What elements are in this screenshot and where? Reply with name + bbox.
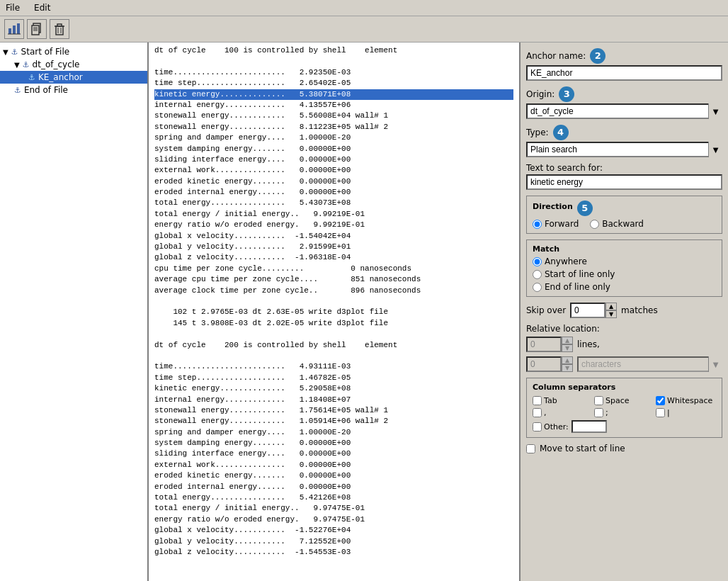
comma-checkbox[interactable] [533,408,542,417]
move-row: Move to start of line [526,444,722,453]
menu-edit[interactable]: Edit [31,1,53,14]
type-select-wrapper: Plain search Regular expression Perl reg… [526,142,722,157]
relative-location-chars-row: ▲ ▼ characters ▼ [526,356,722,372]
other-row: Other: [533,420,716,433]
type-label: Type: [526,128,549,137]
whitespace-checkbox-item[interactable]: Whitespace [656,396,716,405]
other-input[interactable] [571,420,607,433]
direction-group: Direction 5 Forward Backward [526,196,722,234]
tree-item-start-of-file[interactable]: ▼ ⚓ Start of File [0,45,147,58]
toolbar-copy-btn[interactable] [27,19,47,39]
tree-item-dt-of-cycle[interactable]: ▼ ⚓ dt_of_cycle [0,58,147,71]
other-label: Other: [544,422,569,431]
direction-label: Direction [533,202,573,211]
space-checkbox[interactable] [594,396,603,405]
anchor-name-label: Anchor name: [526,51,586,61]
skip-suffix: matches [621,305,658,315]
menubar: File Edit [0,0,728,16]
match-end-label: End of line only [545,282,610,292]
svg-rect-9 [56,26,63,35]
tree-item-ke-anchor[interactable]: ⚓ KE_anchor [0,71,147,84]
svg-rect-2 [17,23,20,34]
origin-select[interactable]: dt_of_cycle [526,103,722,119]
direction-radio-row: Forward Backward [533,219,716,229]
delete-icon [53,23,66,35]
match-anywhere-radio[interactable] [533,257,542,266]
direction-backward-label: Backward [602,219,644,229]
column-separators-group: Column separators Tab Space Whitespace , [526,378,722,438]
lines-spin-down: ▼ [562,344,573,352]
anchor-name-input[interactable] [526,65,722,81]
skip-input[interactable] [570,303,605,318]
direction-backward-item[interactable]: Backward [590,219,644,229]
origin-select-wrapper: dt_of_cycle ▼ [526,103,722,119]
skip-spinner: ▲ ▼ [605,303,617,318]
lines-spinner: ▲ ▼ [562,337,573,352]
direction-forward-item[interactable]: Forward [533,219,579,229]
match-start-item[interactable]: Start of line only [533,269,716,279]
match-end-item[interactable]: End of line only [533,282,716,292]
pipe-checkbox[interactable] [656,408,665,417]
svg-rect-1 [13,26,16,34]
origin-label: Origin: [526,89,554,99]
match-label: Match [533,244,716,254]
space-checkbox-item[interactable]: Space [594,396,654,405]
search-text-input[interactable] [526,174,722,190]
content-area[interactable]: → dt of cycle 100 is controlled by shell… [149,43,519,581]
badge-3: 3 [559,86,574,102]
tree-item-label: KE_anchor [38,72,83,82]
space-label: Space [605,396,630,405]
match-options: Anywhere Start of line only End of line … [533,256,716,292]
skip-spin-up[interactable]: ▲ [605,303,617,310]
type-group: Type: 4 Plain search Regular expression … [526,125,722,157]
direction-backward-radio[interactable] [590,220,599,229]
semicolon-checkbox-item[interactable]: ; [594,408,654,417]
other-checkbox-item[interactable]: Other: [533,422,569,431]
skip-row: Skip over ▲ ▼ matches [526,303,722,318]
anchor-name-group: Anchor name: 2 [526,48,722,81]
other-checkbox[interactable] [533,422,542,431]
chars-spinner: ▲ ▼ [562,356,573,372]
copy-icon [30,23,43,35]
tab-label: Tab [544,396,557,405]
whitespace-checkbox[interactable] [656,396,665,405]
anchor-icon: ⚓ [14,86,21,95]
match-start-label: Start of line only [545,269,615,279]
lines-input-group: ▲ ▼ [526,337,573,352]
chars-input [526,356,562,372]
toolbar-chart-btn[interactable] [4,19,24,39]
pipe-label: | [667,408,670,417]
match-start-radio[interactable] [533,270,542,279]
menu-file[interactable]: File [3,1,23,14]
match-anywhere-item[interactable]: Anywhere [533,256,716,266]
chars-unit-wrapper: characters ▼ [577,356,722,372]
anchor-icon: ⚓ [23,60,30,69]
relative-location-label: Relative location: [526,324,722,334]
move-checkbox[interactable] [526,444,535,453]
tree-item-end-of-file[interactable]: ⚓ End of File [0,84,147,96]
badge-4: 4 [553,125,569,140]
chars-spin-down: ▼ [562,364,573,372]
comma-checkbox-item[interactable]: , [533,408,593,417]
comma-label: , [544,408,547,417]
toolbar-delete-btn[interactable] [50,19,69,39]
match-end-radio[interactable] [533,283,542,292]
skip-spin-down[interactable]: ▼ [605,310,617,318]
main-area: ▼ ⚓ Start of File ▼ ⚓ dt_of_cycle ⚓ KE_a… [0,43,728,581]
badge-5: 5 [577,201,593,216]
tab-checkbox[interactable] [533,396,542,405]
semicolon-checkbox[interactable] [594,408,603,417]
tree-panel: ▼ ⚓ Start of File ▼ ⚓ dt_of_cycle ⚓ KE_a… [0,43,149,581]
skip-label: Skip over [526,305,566,315]
svg-rect-0 [8,28,11,34]
tab-checkbox-item[interactable]: Tab [533,396,593,405]
direction-forward-radio[interactable] [533,220,542,229]
pipe-checkbox-item[interactable]: | [656,408,716,417]
right-panel: Anchor name: 2 Origin: 3 dt_of_cycle ▼ T… [519,43,728,581]
search-text-group: Text to search for: [526,163,722,190]
origin-group: Origin: 3 dt_of_cycle ▼ [526,86,722,119]
type-select[interactable]: Plain search Regular expression Perl reg… [526,142,722,157]
chars-spin-up: ▲ [562,356,573,364]
match-group: Match Anywhere Start of line only End of… [526,239,722,297]
toolbar [0,16,728,43]
